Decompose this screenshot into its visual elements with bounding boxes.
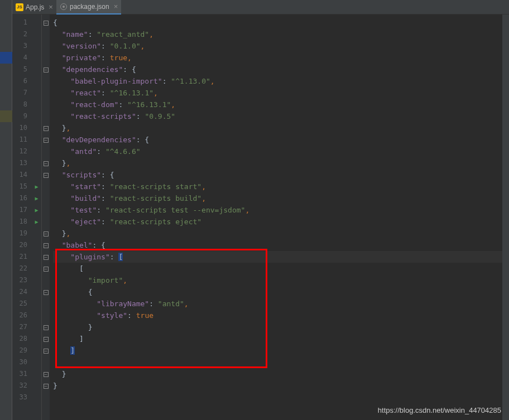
editor[interactable]: 1234567891011121314151617181920212223242… bbox=[12, 15, 509, 420]
tab-App-js[interactable]: JSApp.js× bbox=[12, 0, 56, 15]
code-line[interactable]: } bbox=[53, 368, 509, 380]
fold-icon[interactable]: − bbox=[44, 161, 49, 166]
code-line[interactable]: } bbox=[53, 321, 509, 333]
code-line[interactable] bbox=[53, 356, 509, 368]
fold-icon[interactable]: − bbox=[44, 384, 49, 389]
code-area[interactable]: { "name": "react_antd", "version": "0.1.… bbox=[50, 15, 509, 420]
code-line[interactable]: { bbox=[53, 17, 509, 28]
run-marker-icon[interactable]: ▶ bbox=[32, 216, 41, 228]
code-line[interactable]: "private": true, bbox=[53, 52, 509, 64]
code-line[interactable]: "react-scripts": "0.9.5" bbox=[53, 110, 509, 122]
code-line[interactable]: "plugins": [ bbox=[53, 251, 509, 263]
code-line[interactable]: "build": "react-scripts build", bbox=[53, 192, 509, 204]
fold-icon[interactable]: − bbox=[44, 372, 49, 377]
gutter-mark bbox=[0, 110, 12, 122]
code-line[interactable]: "eject": "react-scripts eject" bbox=[53, 216, 509, 228]
code-line[interactable]: "scripts": { bbox=[53, 169, 509, 181]
gutter-mark bbox=[0, 52, 12, 64]
code-line[interactable]: ] bbox=[53, 345, 509, 356]
line-numbers: 1234567891011121314151617181920212223242… bbox=[12, 15, 32, 420]
code-line[interactable]: "devDependencies": { bbox=[53, 134, 509, 146]
fold-icon[interactable]: − bbox=[44, 349, 49, 354]
code-line[interactable]: "antd": "^4.6.6" bbox=[53, 146, 509, 157]
code-line[interactable]: }, bbox=[53, 228, 509, 239]
json-file-icon bbox=[60, 3, 68, 11]
code-line[interactable]: } bbox=[53, 380, 509, 392]
fold-icon[interactable]: − bbox=[44, 67, 49, 73]
fold-icon[interactable]: − bbox=[44, 138, 49, 143]
code-line[interactable]: "react": "^16.13.1", bbox=[53, 87, 509, 99]
fold-icon[interactable]: − bbox=[44, 255, 49, 260]
code-line[interactable]: "start": "react-scripts start", bbox=[53, 181, 509, 192]
code-line[interactable]: "dependencies": { bbox=[53, 64, 509, 75]
code-line[interactable]: "style": true bbox=[53, 310, 509, 321]
close-icon[interactable]: × bbox=[114, 2, 118, 11]
code-line[interactable]: "import", bbox=[53, 274, 509, 286]
code-line[interactable]: ] bbox=[53, 333, 509, 345]
tab-bar: JSApp.js×package.json× bbox=[12, 0, 509, 15]
code-line[interactable]: "test": "react-scripts test --env=jsdom"… bbox=[53, 204, 509, 216]
fold-icon[interactable]: − bbox=[44, 325, 49, 330]
tab-label: App.js bbox=[26, 3, 44, 11]
run-markers: ▶▶▶▶ bbox=[32, 15, 42, 420]
js-file-icon: JS bbox=[16, 3, 23, 11]
fold-icon[interactable]: − bbox=[44, 21, 49, 26]
fold-icon[interactable]: − bbox=[44, 231, 49, 236]
scrollbar[interactable] bbox=[502, 15, 509, 420]
code-line[interactable]: }, bbox=[53, 122, 509, 134]
run-marker-icon[interactable]: ▶ bbox=[32, 204, 41, 216]
fold-icon[interactable]: − bbox=[44, 243, 49, 248]
fold-icon[interactable]: − bbox=[44, 126, 49, 131]
tab-package-json[interactable]: package.json× bbox=[56, 0, 121, 15]
code-line[interactable]: "babel": { bbox=[53, 239, 509, 251]
fold-icon[interactable]: − bbox=[44, 337, 49, 342]
run-marker-icon[interactable]: ▶ bbox=[32, 192, 41, 204]
code-line[interactable]: { bbox=[53, 286, 509, 298]
code-line[interactable]: "react-dom": "^16.13.1", bbox=[53, 99, 509, 110]
code-line[interactable]: [ bbox=[53, 263, 509, 274]
fold-icon[interactable]: − bbox=[44, 267, 49, 272]
fold-column[interactable]: −−−−−−−−−−−−−−−− bbox=[42, 15, 50, 420]
code-line[interactable]: "name": "react_antd", bbox=[53, 28, 509, 40]
tab-label: package.json bbox=[70, 3, 109, 11]
code-line[interactable]: }, bbox=[53, 157, 509, 169]
fold-icon[interactable]: − bbox=[44, 173, 49, 178]
watermark: https://blog.csdn.net/weixin_44704285 bbox=[378, 406, 501, 414]
run-marker-icon[interactable]: ▶ bbox=[32, 181, 41, 192]
code-line[interactable]: "librayName": "antd", bbox=[53, 298, 509, 310]
fold-icon[interactable]: − bbox=[44, 290, 49, 295]
code-line[interactable] bbox=[53, 392, 509, 403]
code-line[interactable]: "version": "0.1.0", bbox=[53, 40, 509, 52]
close-icon[interactable]: × bbox=[49, 3, 53, 11]
code-line[interactable]: "babel-plugin-import": "^1.13.0", bbox=[53, 75, 509, 87]
